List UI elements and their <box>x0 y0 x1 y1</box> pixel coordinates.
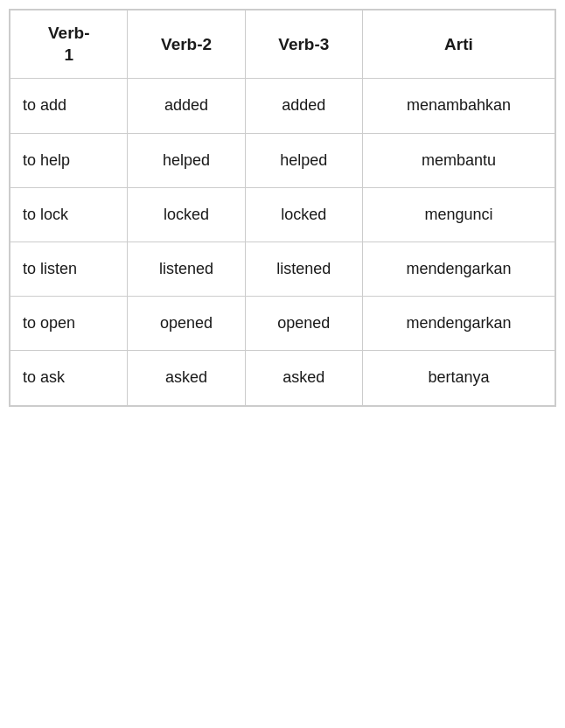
header-verb2: Verb-2 <box>128 10 245 79</box>
cell-arti-2: mengunci <box>362 187 555 242</box>
table-row: to askaskedaskedbertanya <box>10 351 555 406</box>
header-arti: Arti <box>362 10 555 79</box>
cell-verb2-1: helped <box>128 133 245 187</box>
table-row: to helphelpedhelpedmembantu <box>10 133 555 187</box>
cell-verb3-4: opened <box>245 297 362 351</box>
cell-verb2-5: asked <box>128 351 245 406</box>
cell-verb2-0: added <box>128 79 245 133</box>
cell-arti-1: membantu <box>362 133 555 187</box>
table-row: to addaddedaddedmenambahkan <box>10 79 555 133</box>
cell-verb1-4: to open <box>10 297 128 351</box>
cell-verb1-0: to add <box>10 79 128 133</box>
table-row: to listenlistenedlistenedmendengarkan <box>10 242 555 296</box>
cell-verb3-1: helped <box>245 133 362 187</box>
table-row: to locklockedlockedmengunci <box>10 187 555 242</box>
cell-verb3-5: asked <box>245 351 362 406</box>
cell-verb2-2: locked <box>128 187 245 242</box>
cell-verb3-3: listened <box>245 242 362 296</box>
cell-verb3-0: added <box>245 79 362 133</box>
cell-verb2-4: opened <box>128 297 245 351</box>
cell-arti-3: mendengarkan <box>362 242 555 296</box>
cell-verb2-3: listened <box>128 242 245 296</box>
header-verb1: Verb-1 <box>10 10 128 79</box>
cell-verb1-3: to listen <box>10 242 128 296</box>
verb-table: Verb-1 Verb-2 Verb-3 Arti to addaddedadd… <box>9 9 556 407</box>
cell-verb1-5: to ask <box>10 351 128 406</box>
header-verb3: Verb-3 <box>245 10 362 79</box>
cell-arti-0: menambahkan <box>362 79 555 133</box>
cell-arti-5: bertanya <box>362 351 555 406</box>
cell-verb3-2: locked <box>245 187 362 242</box>
cell-verb1-2: to lock <box>10 187 128 242</box>
cell-verb1-1: to help <box>10 133 128 187</box>
cell-arti-4: mendengarkan <box>362 297 555 351</box>
table-row: to openopenedopenedmendengarkan <box>10 297 555 351</box>
header-row: Verb-1 Verb-2 Verb-3 Arti <box>10 10 555 79</box>
